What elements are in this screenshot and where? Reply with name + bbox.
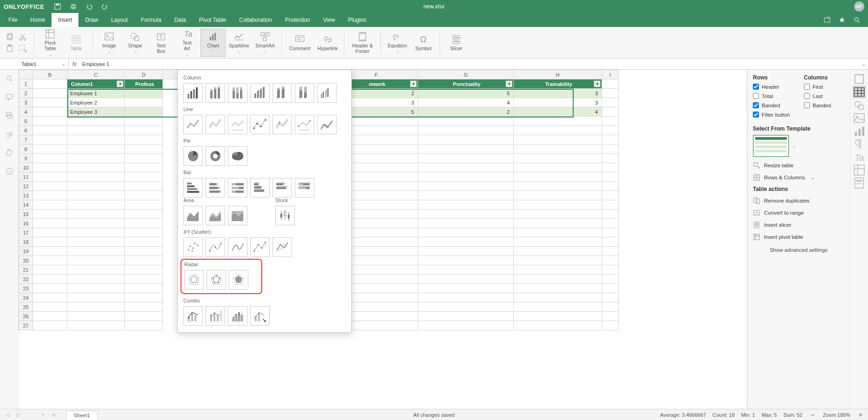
table-cell[interactable] [125, 98, 163, 107]
table-header[interactable]: Punctuality▾ [418, 79, 514, 89]
chart-stock[interactable] [275, 206, 295, 225]
table-settings-icon[interactable] [853, 85, 866, 98]
table-header[interactable]: Profess [125, 79, 163, 89]
copy-icon[interactable] [6, 33, 14, 41]
chart-combo-1[interactable] [183, 306, 203, 326]
filter-dropdown-icon[interactable]: ▾ [117, 80, 123, 87]
expand-formula-icon[interactable]: ⌄ [860, 61, 868, 67]
add-sheet-icon[interactable]: ＋ [39, 411, 46, 418]
filter-dropdown-icon[interactable]: ▾ [410, 80, 417, 87]
sheet-nav-prev-icon[interactable]: ◁ [4, 412, 11, 418]
sheet-tab[interactable]: Sheet1 [66, 411, 98, 420]
chart-scatter-smooth-markers[interactable] [206, 237, 225, 257]
textart-settings-icon[interactable]: Ta [853, 151, 866, 164]
col-header[interactable]: B [33, 70, 67, 79]
filter-dropdown-icon[interactable]: ▾ [594, 80, 601, 87]
col-header[interactable]: G [418, 70, 514, 79]
chart-area[interactable] [183, 206, 203, 225]
chart-radar-filled[interactable] [229, 270, 248, 289]
search-icon[interactable] [853, 16, 861, 24]
chart-column-clustered[interactable] [183, 83, 203, 103]
chart-scatter-smooth[interactable] [228, 237, 247, 257]
spellcheck-icon[interactable]: ABC [5, 130, 13, 138]
col-header[interactable]: D [125, 70, 163, 79]
chart-bar-3d-stacked[interactable] [272, 178, 292, 197]
shape-button[interactable]: Shape⌄ [123, 29, 148, 57]
insert-slicer-action[interactable]: Insert slicer [753, 221, 844, 229]
favorite-icon[interactable] [838, 16, 846, 24]
remove-duplicates-action[interactable]: Remove duplicates [753, 197, 844, 204]
table-header[interactable]: Column1▾ [67, 79, 125, 89]
comment-button[interactable]: Comment [285, 29, 314, 57]
chart-column-3d-stacked[interactable] [272, 83, 292, 103]
col-header[interactable]: H [514, 70, 602, 79]
chart-bar-clustered[interactable] [183, 178, 203, 197]
chart-radar-markers[interactable] [207, 270, 226, 289]
text-box-button[interactable]: TTextBox [149, 29, 174, 57]
chart-area-stacked[interactable] [206, 206, 225, 225]
row-header[interactable]: 4 [19, 107, 33, 117]
col-header[interactable]: I [602, 70, 619, 79]
header-footer-button[interactable]: Header &Footer [348, 29, 377, 57]
cell-settings-icon[interactable] [853, 72, 866, 85]
tab-home[interactable]: Home [24, 13, 52, 27]
chart-radar[interactable] [184, 270, 204, 289]
text-art-button[interactable]: TaTextArt⌄ [175, 29, 200, 57]
table-cell[interactable] [125, 89, 163, 98]
rows-columns-action[interactable]: Rows & Columns ⌄ [753, 174, 844, 181]
paragraph-settings-icon[interactable] [853, 138, 866, 151]
spreadsheet-grid[interactable]: B C D E F G H I 1 Column1▾ Profess mwork… [19, 70, 747, 409]
banded-rows-checkbox[interactable]: Banded [753, 102, 790, 108]
chart-combo-2[interactable] [206, 306, 225, 326]
symbol-button[interactable]: ΩSymbol [411, 29, 436, 57]
first-column-checkbox[interactable]: First [804, 84, 831, 90]
header-checkbox[interactable]: Header [753, 84, 790, 90]
table-cell[interactable]: 4 [418, 98, 514, 107]
chart-bar-stacked[interactable] [206, 178, 225, 197]
chart-column-3d-clustered[interactable] [317, 83, 337, 103]
tab-plugins[interactable]: Plugins [342, 13, 373, 27]
advanced-settings-link[interactable]: Show advanced settings [753, 247, 844, 253]
tab-collaboration[interactable]: Collaboration [233, 13, 279, 27]
slicer-button[interactable]: Slicer [444, 29, 469, 57]
table-cell[interactable]: Employee 3 [67, 107, 125, 117]
sheet-nav-next-icon[interactable]: ▷ [15, 412, 22, 418]
user-avatar[interactable]: MP [854, 1, 864, 12]
chart-line-3d[interactable] [317, 115, 337, 134]
table-cell[interactable] [125, 107, 163, 117]
last-column-checkbox[interactable]: Last [804, 93, 831, 99]
chart-button[interactable]: Chart⌃ [201, 29, 226, 57]
table-cell[interactable]: 4 [514, 107, 602, 117]
chat-panel-icon[interactable] [5, 112, 13, 120]
formula-input[interactable]: Employee 1 [80, 61, 860, 67]
save-icon[interactable] [54, 3, 61, 10]
chart-scatter-lines-markers[interactable] [250, 237, 270, 257]
tab-pivot-table[interactable]: Pivot Table [193, 13, 233, 27]
about-icon[interactable]: i [5, 167, 13, 176]
tab-data[interactable]: Data [168, 13, 192, 27]
chart-line-100[interactable] [228, 115, 247, 134]
chart-bar-3d[interactable] [250, 178, 270, 197]
smartart-button[interactable]: SmartArt⌄ [253, 29, 278, 57]
zoom-in-button[interactable]: ＋ [857, 411, 864, 419]
tab-draw[interactable]: Draw [78, 13, 104, 27]
feedback-icon[interactable] [5, 149, 13, 157]
row-header[interactable]: 2 [19, 89, 33, 98]
tab-layout[interactable]: Layout [104, 13, 134, 27]
chart-bar-100[interactable] [228, 178, 247, 197]
open-location-icon[interactable] [823, 16, 831, 24]
table-cell[interactable]: 3 [514, 98, 602, 107]
image-button[interactable]: Image⌄ [97, 29, 122, 57]
shape-settings-icon[interactable] [853, 98, 866, 112]
pivot-settings-icon[interactable] [853, 164, 866, 177]
select-icon[interactable] [19, 44, 27, 52]
comments-panel-icon[interactable] [5, 93, 13, 101]
image-settings-icon[interactable] [853, 112, 866, 125]
table-cell[interactable]: Employee 2 [67, 98, 125, 107]
tab-formula[interactable]: Formula [134, 13, 168, 27]
table-cell[interactable]: Employee 1 [67, 89, 125, 98]
chart-pie[interactable] [183, 146, 203, 166]
pivot-table-button[interactable]: PivotTable⌄ [38, 29, 63, 57]
zoom-level[interactable]: Zoom 100% [823, 412, 850, 418]
resize-table-action[interactable]: Resize table [753, 162, 844, 169]
